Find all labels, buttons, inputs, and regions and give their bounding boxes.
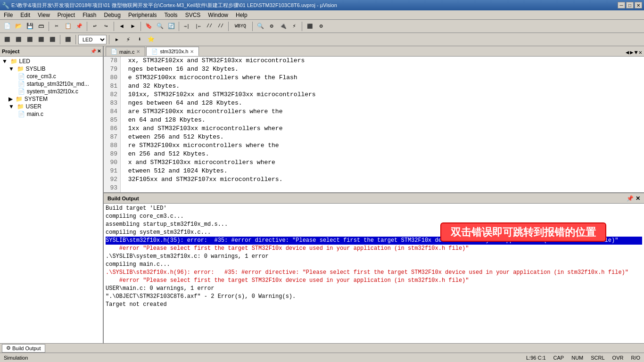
flash-icon[interactable]: ⚡ (123, 34, 133, 45)
cut-button[interactable]: ✂ (51, 21, 62, 32)
code-editor[interactable]: 78 79 80 81 82 83 84 85 86 87 88 89 (104, 57, 644, 192)
menu-item-help[interactable]: Help (232, 11, 251, 19)
redo-button[interactable]: ↪ (101, 21, 111, 32)
close-button[interactable]: ✕ (635, 2, 642, 8)
tab-scroll-right-icon[interactable]: ▶ (630, 49, 633, 56)
settings-icon[interactable]: ⚙ (316, 21, 326, 32)
replace-button[interactable]: 🔄 (166, 21, 176, 32)
build-line-1: Build target 'LED' (106, 205, 642, 213)
tree-expand-icon: ▼ (8, 103, 14, 110)
bottom-tab-build-output[interactable]: ⚙ Build Output (2, 344, 45, 353)
tree-item-system[interactable]: 📄 system_stm32f10x.c (1, 88, 102, 95)
menu-item-tools[interactable]: Tools (161, 11, 182, 19)
peripheral-icon[interactable]: 🔌 (278, 21, 288, 32)
tab-close-icon[interactable]: ✕ (136, 49, 140, 54)
menu-item-edit[interactable]: Edit (17, 11, 34, 19)
nav-forward-button[interactable]: ▶ (128, 21, 138, 32)
wbyq-icon[interactable]: WBYQ (231, 21, 250, 32)
build-line-2: compiling core_cm3.c... (106, 213, 642, 221)
copy-button[interactable]: 📋 (63, 21, 73, 32)
split-area: Project 📌 ✕ ▼ 📁 LED ▼ 📁 SY (0, 46, 644, 343)
undo-button[interactable]: ↩ (90, 21, 100, 32)
tree-item-led[interactable]: ▼ 📁 LED (1, 58, 102, 65)
window-controls: ─ □ ✕ (618, 2, 642, 8)
download-icon[interactable]: ⬇ (134, 34, 145, 45)
target-button[interactable]: ⬛ (63, 34, 73, 45)
search2-icon[interactable]: ⚙ (266, 21, 277, 32)
new-file-button[interactable]: 📄 (2, 21, 12, 32)
build-line-10: #error "Please select first the target S… (106, 277, 642, 285)
build-output-area: Build Output 📌 ✕ Build target 'LED' comp… (104, 192, 644, 343)
build-line-5-highlight[interactable]: SYSLIB\stm32f10x.h(35): error: #35: #err… (106, 237, 642, 245)
tree-item-icon: 📄 (18, 111, 25, 117)
tree-item-label: SYSLIB (26, 66, 46, 72)
uncomment-button[interactable]: // (215, 21, 226, 32)
menu-item-file[interactable]: File (0, 11, 17, 19)
comment-button[interactable]: // (204, 21, 215, 32)
tree-item-icon: 📁 (17, 103, 24, 110)
tree-item-syslib[interactable]: ▼ 📁 SYSLIB (1, 65, 102, 73)
target-dropdown[interactable]: LED (78, 35, 107, 44)
separator-7 (252, 22, 253, 31)
tab-stm32f10x-h[interactable]: 📄 stm32f10x.h ✕ (146, 47, 199, 56)
rte-button[interactable]: ▶ (112, 34, 122, 45)
tree-item-user-folder[interactable]: ▼ 📁 USER (1, 103, 102, 110)
bottom-tab-icon: ⚙ (6, 345, 11, 351)
tree-item-main-c[interactable]: 📄 main.c (1, 110, 102, 118)
rebuild-button[interactable]: ⬛ (25, 34, 35, 45)
nav-back-button[interactable]: ◀ (116, 21, 127, 32)
debug-button[interactable]: ⬛ (47, 34, 58, 45)
num-status: NUM (571, 355, 583, 361)
maximize-button[interactable]: □ (626, 2, 634, 8)
pin-icon[interactable]: 📌 (91, 49, 96, 54)
paste-button[interactable]: 📌 (74, 21, 84, 32)
tree-item-system-folder[interactable]: ▶ 📁 SYSTEM (1, 95, 102, 103)
build-line-9: .\SYSLIB\stm32f10x.h(96): error: #35: #e… (106, 269, 642, 277)
close-editor-icon[interactable]: ✕ (639, 49, 642, 56)
search-icon[interactable]: 🔍 (255, 21, 265, 32)
minimize-button[interactable]: ─ (618, 2, 625, 8)
tree-item-core-cm3[interactable]: 📄 core_cm3.c (1, 73, 102, 80)
line-num: 81 (107, 82, 117, 90)
build-output-content[interactable]: Build target 'LED' compiling core_cm3.c.… (104, 204, 644, 343)
app-window: 🔧 E:\教学&项目开发\开发项目\2018年项目\01 微型物联网开发平台\C… (0, 0, 644, 362)
separator-8 (302, 22, 302, 31)
code-content: 78 79 80 81 82 83 84 85 86 87 88 89 (104, 57, 644, 192)
star-icon[interactable]: ⭐ (146, 34, 156, 45)
build-button[interactable]: ⬛ (13, 34, 24, 45)
tab-dropdown-icon[interactable]: ▼ (635, 49, 638, 56)
tab-close-icon[interactable]: ✕ (190, 49, 194, 54)
tree-item-icon: 📄 (18, 81, 25, 87)
menu-item-project[interactable]: Project (54, 11, 79, 19)
power-icon[interactable]: ⚡ (289, 21, 299, 32)
build-output-controls: 📌 ✕ (627, 195, 640, 202)
close-panel-icon[interactable]: ✕ (97, 49, 101, 54)
tab-main-c[interactable]: 📄 main.c ✕ (106, 47, 145, 56)
tab-icon: 📄 (111, 49, 117, 55)
menu-item-debug[interactable]: Debug (100, 11, 124, 19)
menu-item-flash[interactable]: Flash (79, 11, 100, 19)
tab-bar: 📄 main.c ✕ 📄 stm32f10x.h ✕ ◀ ▶ ▼ ✕ (104, 46, 644, 57)
stop-button[interactable]: ⬛ (36, 34, 46, 45)
tab-scroll-left-icon[interactable]: ◀ (626, 49, 629, 56)
pin-build-icon[interactable]: 📌 (627, 195, 634, 202)
unindent-button[interactable]: |⇐ (193, 21, 203, 32)
indent-button[interactable]: ⇒| (182, 21, 192, 32)
menu-item-window[interactable]: Window (204, 11, 232, 19)
find-button[interactable]: 🔍 (155, 21, 165, 32)
bookmark-button[interactable]: 🔖 (143, 21, 154, 32)
menu-item-svcs[interactable]: SVCS (182, 11, 205, 19)
open-file-button[interactable]: 📂 (13, 21, 24, 32)
save-button[interactable]: 💾 (25, 21, 35, 32)
project-panel: Project 📌 ✕ ▼ 📁 LED ▼ 📁 SY (0, 46, 104, 343)
menu-item-peripherals[interactable]: Peripherals (124, 11, 161, 19)
compile-button[interactable]: ⬛ (2, 34, 12, 45)
save-all-button[interactable]: 🗃 (36, 21, 46, 32)
extra-icon[interactable]: ⬛ (305, 21, 315, 32)
menu-item-view[interactable]: View (34, 11, 54, 19)
project-panel-header: Project 📌 ✕ (0, 46, 103, 57)
close-build-icon[interactable]: ✕ (636, 195, 640, 202)
window-title: E:\教学&项目开发\开发项目\2018年项目\01 微型物联网开发平台\Cor… (9, 2, 618, 9)
line-num: 87 (107, 133, 117, 141)
tree-item-startup[interactable]: 📄 startup_stm32f10x_md... (1, 80, 102, 88)
